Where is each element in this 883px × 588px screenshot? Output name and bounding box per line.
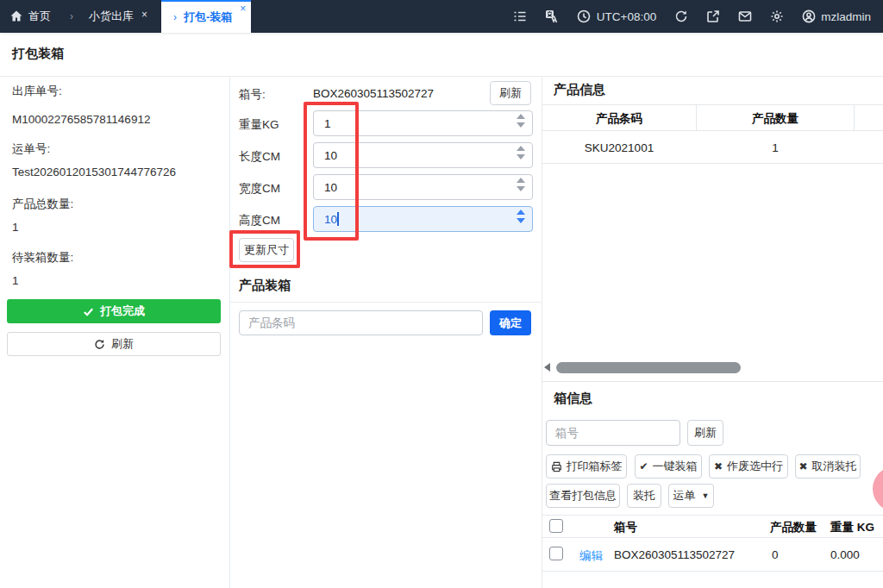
box-refresh-button[interactable]: 刷新	[490, 81, 531, 105]
box-no-label: 箱号:	[239, 87, 266, 103]
log-list-icon[interactable]	[513, 9, 528, 24]
one-click-pack-button[interactable]: ✔ 一键装箱	[635, 454, 702, 479]
col-header-weight: 重量 KG	[830, 520, 874, 535]
waybill-value: Test2026012015301744776726	[12, 166, 176, 178]
void-selected-label: 作废选中行	[727, 459, 783, 474]
cancel-pallet-button[interactable]: ✖ 取消装托	[795, 454, 861, 479]
refresh-label: 刷新	[111, 336, 134, 352]
view-pack-info-button[interactable]: 查看打包信息	[546, 484, 620, 508]
home-icon	[9, 9, 23, 24]
close-icon[interactable]: ×	[141, 9, 147, 20]
width-input[interactable]	[313, 174, 533, 200]
col-header-box-no: 箱号	[614, 520, 637, 535]
stepper-up-icon[interactable]	[517, 178, 525, 183]
stepper-down-icon[interactable]	[517, 154, 525, 160]
width-label: 宽度CM	[239, 181, 280, 197]
view-pack-info-label: 查看打包信息	[549, 488, 617, 504]
refresh-label: 刷新	[694, 425, 717, 441]
column-separator	[854, 104, 855, 130]
scrollbar-thumb[interactable]	[556, 362, 741, 373]
length-input-wrap	[313, 142, 533, 168]
timezone-label: UTC+08:00	[597, 10, 656, 23]
row-checkbox[interactable]	[549, 547, 563, 560]
cell-barcode: SKU2021001	[542, 141, 696, 154]
weight-label: 重量KG	[239, 117, 279, 133]
confirm-button[interactable]: 确定	[490, 310, 531, 335]
refresh-button-left[interactable]: 刷新	[7, 332, 221, 356]
print-box-label-button[interactable]: 打印箱标签	[546, 454, 627, 479]
box-info-title: 箱信息	[554, 391, 592, 407]
update-size-label: 更新尺寸	[244, 242, 289, 258]
stepper-up-icon[interactable]	[517, 114, 525, 119]
section-divider	[229, 302, 542, 303]
floating-helper-button[interactable]	[873, 466, 883, 511]
table-border	[542, 537, 883, 538]
close-icon[interactable]: ×	[240, 3, 246, 14]
left-panel-divider	[229, 77, 230, 588]
height-input[interactable]	[313, 206, 533, 232]
height-label: 高度CM	[239, 213, 280, 228]
tab-small-goods-outbound[interactable]: 小货出库 ×	[84, 9, 139, 24]
pending-qty-label: 待装箱数量:	[12, 250, 73, 266]
stepper	[517, 146, 525, 160]
void-selected-button[interactable]: ✖ 作废选中行	[709, 454, 788, 479]
username-label: mzladmin	[821, 10, 871, 23]
total-qty-value: 1	[12, 221, 19, 234]
box-no-value: BOX260305113502727	[313, 87, 434, 100]
tab-label: 打包-装箱	[184, 9, 232, 25]
stepper-up-icon[interactable]	[517, 146, 525, 151]
home-label: 首页	[28, 9, 51, 24]
pallet-button[interactable]: 装托	[627, 484, 661, 508]
box-search-input[interactable]	[546, 420, 680, 446]
waybill-label: 运单号:	[12, 141, 50, 157]
scroll-left-icon[interactable]	[544, 363, 550, 372]
col-header-qty: 产品数量	[770, 520, 817, 535]
waybill-dropdown-button[interactable]: 运单 ▼	[668, 484, 714, 508]
refresh-icon[interactable]	[673, 9, 688, 24]
box-info-refresh-button[interactable]: 刷新	[687, 420, 723, 446]
stepper	[517, 210, 525, 223]
outbound-order-label: 出库单号:	[12, 84, 62, 99]
pallet-label: 装托	[633, 488, 655, 504]
height-input-wrap	[313, 206, 533, 232]
stepper-up-icon[interactable]	[517, 210, 525, 215]
outbound-order-value: M10002276585781146912	[12, 113, 150, 126]
packing-page: 首页 › 小货出库 × › 打包-装箱 ×	[0, 0, 883, 588]
cancel-pallet-label: 取消装托	[812, 459, 857, 474]
weight-input[interactable]	[313, 110, 533, 136]
edit-link[interactable]: 编辑	[579, 548, 603, 564]
col-header-barcode: 产品条码	[542, 111, 696, 127]
total-qty-label: 产品总数量:	[12, 197, 73, 212]
col-header-qty: 产品数量	[697, 111, 854, 127]
chevron-right-icon: ›	[173, 11, 177, 23]
timezone-indicator[interactable]: UTC+08:00	[577, 9, 656, 24]
gear-icon[interactable]	[769, 9, 784, 24]
stepper	[517, 114, 525, 128]
stepper-down-icon[interactable]	[517, 186, 525, 191]
pending-qty-value: 1	[12, 274, 19, 287]
length-input[interactable]	[313, 142, 533, 168]
translate-icon[interactable]	[545, 9, 560, 24]
refresh-label: 刷新	[499, 85, 522, 101]
column-separator	[696, 104, 697, 130]
top-navbar: 首页 › 小货出库 × › 打包-装箱 ×	[0, 0, 883, 33]
table-border	[542, 130, 883, 131]
select-all-checkbox[interactable]	[549, 519, 563, 533]
print-box-label: 打印箱标签	[567, 459, 623, 474]
mail-icon[interactable]	[737, 9, 752, 24]
table-border	[542, 163, 883, 164]
external-link-icon[interactable]	[705, 9, 720, 24]
table-border	[542, 104, 883, 105]
table-border	[542, 571, 883, 572]
update-size-button[interactable]: 更新尺寸	[239, 238, 294, 262]
pack-complete-button[interactable]: 打包完成	[7, 299, 221, 323]
stepper-down-icon[interactable]	[517, 218, 525, 223]
table-border	[542, 515, 883, 516]
refresh-icon	[94, 339, 105, 350]
breadcrumb-home[interactable]: 首页	[9, 9, 59, 24]
user-menu[interactable]: mzladmin	[801, 9, 871, 24]
barcode-input[interactable]	[239, 310, 483, 335]
weight-input-wrap	[313, 110, 533, 136]
stepper-down-icon[interactable]	[517, 122, 525, 128]
tab-pack-box-active[interactable]: › 打包-装箱 ×	[161, 0, 251, 33]
